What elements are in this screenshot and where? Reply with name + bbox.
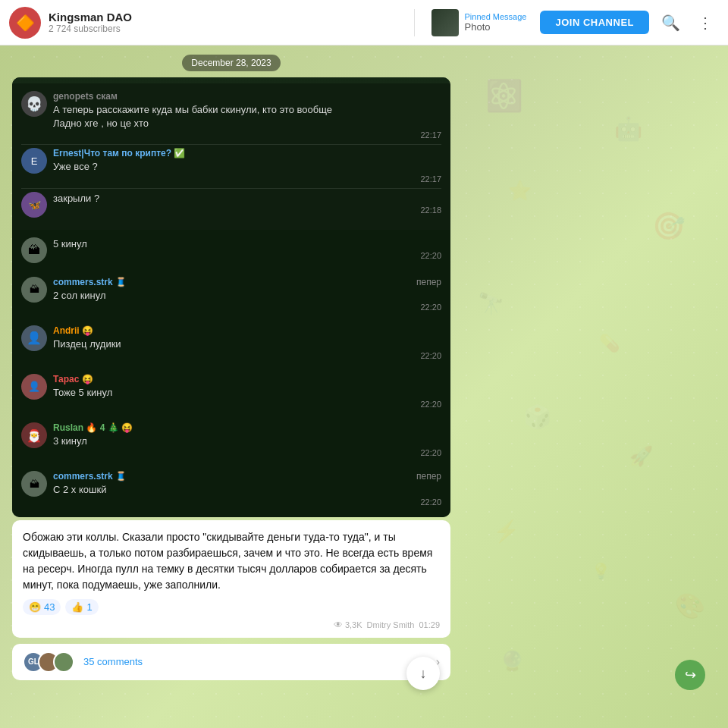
fwd-text-1: А теперь расскажите куда мы бабки скинул… (53, 103, 441, 130)
reaction-thumbsup-emoji: 👍 (71, 601, 83, 613)
fwd-avatar-4: 🏔 (21, 237, 47, 263)
message-author: Dmitry Smith (367, 620, 415, 629)
fwd-sender-6: Andrii 😝 (53, 325, 441, 336)
svg-text:💊: 💊 (599, 333, 620, 353)
reaction-laugh-emoji: 😁 (29, 601, 41, 613)
channel-info: Kingsman DAO 2 724 subscribers (49, 11, 403, 34)
fwd-sender-8: Ruslan 🔥 4 🎄 😝 (53, 422, 441, 433)
fwd-time-8: 22:20 (53, 448, 441, 457)
message-meta: 👁 3,3K Dmitry Smith 01:29 (23, 620, 440, 630)
svg-text:🤖: 🤖 (614, 115, 643, 143)
fwd-text-2: Уже все ? (53, 160, 441, 174)
svg-text:🔮: 🔮 (500, 649, 525, 673)
pinned-label: Pinned Message (465, 12, 527, 21)
reaction-laugh[interactable]: 😁 43 (23, 599, 61, 615)
fwd-time-2: 22:17 (53, 174, 441, 184)
views-icon: 👁 (334, 620, 343, 630)
svg-text:🚀: 🚀 (629, 444, 654, 468)
fwd-text-9: С 2 х кошкй (53, 483, 441, 497)
fwd-text-8: 3 кинул (53, 435, 441, 448)
more-options-icon[interactable]: ⋮ (692, 9, 719, 36)
fwd-message-7: 👤 Тарас 😝 Тоже 5 кинул 22:20 (21, 374, 441, 409)
fwd-text-6: Пиздец лудики (53, 337, 441, 351)
subscriber-count: 2 724 subscribers (49, 24, 403, 34)
pinned-thumbnail (431, 9, 459, 36)
date-badge-wrapper: December 28, 2023 (0, 46, 463, 77)
fwd-sender-1: genopets скам (53, 91, 118, 102)
fwd-time-5: 22:20 (53, 303, 441, 312)
fwd-message-3: 🦋 закрыли ? 22:18 (21, 192, 441, 218)
header: 🔶 Kingsman DAO 2 724 subscribers Pinned … (0, 0, 728, 46)
comments-count: 35 comments (83, 656, 436, 667)
fwd-text-3: закрыли ? (53, 192, 441, 206)
scroll-down-button[interactable]: ↓ (406, 657, 440, 690)
fwd-avatar-6: 👤 (21, 325, 47, 351)
join-channel-button[interactable]: JOIN CHANNEL (540, 11, 649, 34)
svg-text:🎲: 🎲 (523, 403, 552, 431)
fwd-time-9: 22:20 (53, 497, 441, 507)
fwd-avatar-1: 💀 (21, 91, 47, 117)
fwd-avatar-2: E (21, 148, 47, 174)
fwd-text-5: 2 сол кинул (53, 289, 441, 303)
views-count: 3,3K (345, 620, 362, 629)
fwd-time-1: 22:17 (53, 130, 441, 140)
main-message-text: Обожаю эти коллы. Сказали просто "скидыв… (23, 529, 440, 593)
message-views: 👁 3,3K (334, 620, 362, 630)
channel-name: Kingsman DAO (49, 11, 403, 24)
fwd-avatar-3: 🦋 (21, 192, 47, 218)
main-content: December 28, 2023 💀 genopets скам А тепе… (0, 46, 728, 728)
fwd-avatar-8: 🎅 (21, 422, 47, 448)
fwd-avatar-5: 🏔 (21, 277, 47, 303)
pinned-info: Pinned Message Photo (465, 12, 527, 33)
fwd-message-8: 🎅 Ruslan 🔥 4 🎄 😝 3 кинул 22:20 (21, 422, 441, 457)
forwarded-block: 💀 genopets скам А теперь расскажите куда… (12, 77, 450, 517)
fwd-message-2: E Ernest|Что там по крипте? ✅ Уже все ? … (21, 148, 441, 183)
fwd-message-6: 👤 Andrii 😝 Пиздец лудики 22:20 (21, 325, 441, 360)
fwd-sender-2: Ernest|Что там по крипте? ✅ (53, 148, 441, 158)
fwd-time-4: 22:20 (53, 251, 441, 260)
share-icon: ↪ (685, 667, 696, 683)
message-time: 01:29 (419, 620, 440, 629)
chat-scroll[interactable]: December 28, 2023 💀 genopets скам А тепе… (0, 46, 463, 728)
svg-text:⚡: ⚡ (493, 519, 519, 544)
fwd-sender-7: Тарас 😝 (53, 374, 441, 384)
reactions: 😁 43 👍 1 (23, 599, 440, 615)
doodle-overlay: ⚛️ 🤖 ⭐ 🎯 🔭 💊 🎲 🚀 ⚡ 💡 🎨 🔮 (463, 46, 728, 728)
chat-area: December 28, 2023 💀 genopets скам А тепе… (0, 46, 463, 728)
fwd-message-5: 🏔 commers.strk 🧵 пепер 2 сол кинул 22:20 (21, 277, 441, 312)
svg-text:💡: 💡 (592, 562, 610, 580)
main-message: Обожаю эти коллы. Сказали просто "скидыв… (12, 520, 450, 638)
svg-text:🎯: 🎯 (652, 210, 686, 242)
svg-text:🎨: 🎨 (675, 592, 705, 620)
fwd-message-4: 🏔 5 кинул 22:20 (21, 237, 441, 263)
svg-text:🔭: 🔭 (478, 291, 504, 316)
fwd-message-1: 💀 genopets скам А теперь расскажите куда… (21, 91, 441, 140)
svg-text:⚛️: ⚛️ (485, 77, 523, 114)
fwd-text-4: 5 кинул (53, 237, 441, 251)
fwd-time-3: 22:18 (53, 206, 441, 215)
fwd-time-6: 22:20 (53, 351, 441, 360)
fwd-text-7: Тоже 5 кинул (53, 386, 441, 400)
header-divider (414, 9, 415, 36)
reaction-thumbsup[interactable]: 👍 1 (65, 599, 98, 615)
fwd-avatar-9: 🏔 (21, 471, 47, 497)
fwd-avatar-7: 👤 (21, 374, 47, 400)
comments-bar[interactable]: GL 35 comments › (12, 644, 450, 680)
fwd-message-9: 🏔 commers.strk 🧵 пепер С 2 х кошкй 22:20 (21, 471, 441, 506)
date-badge: December 28, 2023 (182, 55, 280, 71)
svg-text:⭐: ⭐ (508, 179, 532, 202)
right-panel: ⚛️ 🤖 ⭐ 🎯 🔭 💊 🎲 🚀 ⚡ 💡 🎨 🔮 (463, 46, 728, 728)
fwd-time-7: 22:20 (53, 400, 441, 409)
reaction-thumbsup-count: 1 (86, 601, 92, 613)
reaction-laugh-count: 43 (44, 601, 55, 613)
scroll-down-icon: ↓ (420, 666, 427, 682)
search-icon[interactable]: 🔍 (657, 9, 684, 36)
channel-avatar[interactable]: 🔶 (9, 7, 41, 39)
fwd-sender-9: commers.strk 🧵 (53, 471, 127, 482)
pinned-text: Photo (465, 21, 527, 33)
fwd-sender-5: commers.strk 🧵 (53, 277, 127, 287)
comment-avatars: GL (23, 651, 68, 673)
pinned-message[interactable]: Pinned Message Photo (425, 9, 533, 36)
comment-avatar-3 (53, 651, 74, 673)
share-button[interactable]: ↪ (675, 660, 705, 690)
